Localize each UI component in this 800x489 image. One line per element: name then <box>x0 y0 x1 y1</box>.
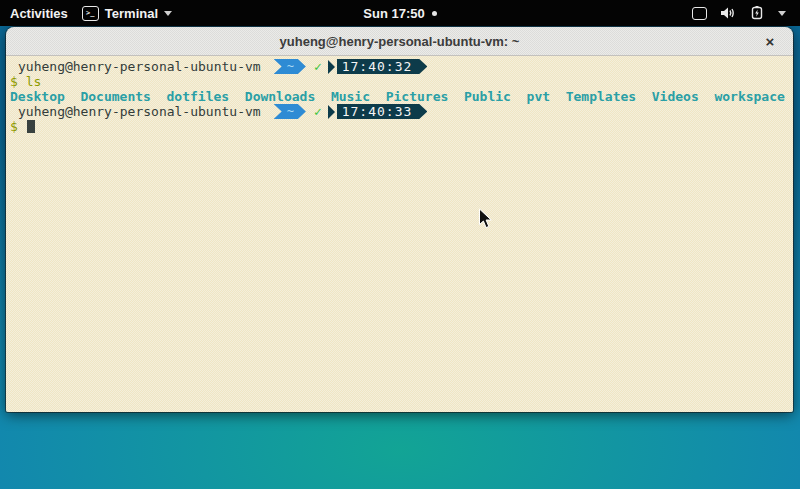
text-cursor <box>27 120 35 133</box>
gnome-top-bar: Activities >_ Terminal Sun 17:50 <box>0 0 800 26</box>
prompt-symbol: $ <box>10 119 18 134</box>
time-segment-arrow-icon <box>328 60 335 74</box>
prompt-line-2: yuheng@henry-personal-ubuntu-vm ~ ✓ 17:4… <box>6 104 793 119</box>
prompt-path-segment: ~ <box>274 104 306 119</box>
prompt-user-host: yuheng@henry-personal-ubuntu-vm <box>18 104 261 119</box>
clock[interactable]: Sun 17:50 <box>363 6 424 21</box>
chevron-down-icon <box>778 11 786 16</box>
window-titlebar[interactable]: yuheng@henry-personal-ubuntu-vm: ~ × <box>6 27 793 56</box>
current-input-line[interactable]: $ <box>6 119 793 134</box>
notification-dot <box>432 11 437 16</box>
system-status-area[interactable] <box>692 6 800 20</box>
desktop-background: Activities >_ Terminal Sun 17:50 <box>0 0 800 489</box>
command-line: $ ls <box>6 74 793 89</box>
terminal-content[interactable]: yuheng@henry-personal-ubuntu-vm ~ ✓ 17:4… <box>6 56 793 412</box>
battery-charging-icon <box>749 6 765 20</box>
app-menu-terminal[interactable]: >_ Terminal <box>82 6 172 21</box>
volume-icon <box>720 6 736 20</box>
command-text: $ ls <box>10 74 41 89</box>
check-icon: ✓ <box>314 104 322 119</box>
terminal-icon: >_ <box>82 6 99 21</box>
prompt-time-1: 17:40:32 <box>337 59 428 74</box>
check-icon: ✓ <box>314 59 322 74</box>
directory-list: Desktop Documents dotfiles Downloads Mus… <box>10 89 785 104</box>
time-segment-arrow-icon <box>328 105 335 119</box>
prompt-user-host: yuheng@henry-personal-ubuntu-vm <box>18 59 261 74</box>
chevron-down-icon <box>164 11 172 16</box>
window-title: yuheng@henry-personal-ubuntu-vm: ~ <box>280 34 520 49</box>
app-menu-label: Terminal <box>105 6 158 21</box>
close-button[interactable]: × <box>759 27 781 55</box>
terminal-window: yuheng@henry-personal-ubuntu-vm: ~ × yuh… <box>6 27 793 412</box>
screen-icon <box>692 7 707 20</box>
prompt-path-segment: ~ <box>274 59 306 74</box>
activities-button[interactable]: Activities <box>10 6 68 21</box>
prompt-line-1: yuheng@henry-personal-ubuntu-vm ~ ✓ 17:4… <box>6 59 793 74</box>
prompt-time-2: 17:40:33 <box>337 104 428 119</box>
ls-output-line: Desktop Documents dotfiles Downloads Mus… <box>6 89 793 104</box>
